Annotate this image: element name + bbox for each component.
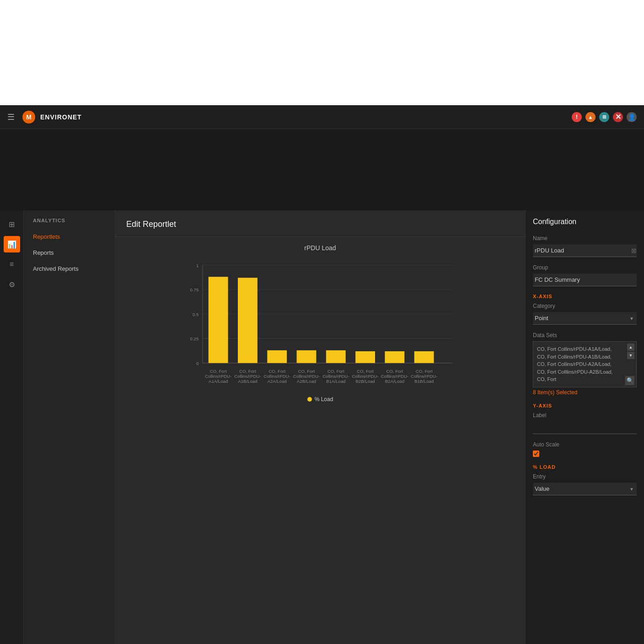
svg-text:0.25: 0.25 <box>190 336 199 341</box>
group-input[interactable] <box>533 274 637 286</box>
group-label: Group <box>533 264 637 271</box>
sidebar-icon-list[interactable]: ≡ <box>4 256 20 273</box>
svg-text:Collins/rPDU-: Collins/rPDU- <box>205 374 231 379</box>
page-title: Edit Reportlet <box>115 210 525 237</box>
legend-dot <box>307 397 312 402</box>
svg-text:0.5: 0.5 <box>193 312 199 317</box>
svg-rect-38 <box>385 351 404 363</box>
category-select-wrapper: Point ▼ <box>533 312 637 325</box>
name-label: Name <box>533 235 637 242</box>
svg-rect-22 <box>267 350 287 363</box>
percent-load-section-label: % LOAD <box>533 464 637 470</box>
datasets-search-button[interactable]: 🔍 <box>625 376 634 385</box>
sidebar-item-reportlets[interactable]: Reportlets <box>24 229 115 245</box>
svg-text:CO, Fort: CO, Fort <box>268 369 285 374</box>
svg-text:0.75: 0.75 <box>190 287 199 292</box>
svg-text:CO, Fort: CO, Fort <box>386 369 403 374</box>
sidebar-item-archived-reports[interactable]: Archived Reports <box>24 261 115 277</box>
y-axis-section-label: Y-AXIS <box>533 403 637 408</box>
svg-text:Collins/rPDU-: Collins/rPDU- <box>352 374 378 379</box>
auto-scale-field: Auto Scale <box>533 441 637 457</box>
main-content: Edit Reportlet rPDU Load 1 0.75 <box>115 210 525 644</box>
svg-rect-18 <box>238 278 258 363</box>
top-spacer <box>0 0 644 105</box>
svg-text:A2B/Load: A2B/Load <box>297 379 316 384</box>
name-input[interactable] <box>533 244 637 257</box>
svg-text:CO, Fort: CO, Fort <box>239 369 256 374</box>
category-label: Category <box>533 303 637 309</box>
app-title: ENVIRONET <box>40 113 572 121</box>
svg-text:Collins/rPDU-: Collins/rPDU- <box>293 374 320 379</box>
alert-red-icon[interactable]: ! <box>572 112 582 122</box>
group-field: Group <box>533 264 637 286</box>
app-header: ☰ M ENVIRONET ! ▲ ⊞ ✕ 👤 <box>0 105 644 129</box>
analytics-sidebar: ANALYTICS Reportlets Reports Archived Re… <box>24 210 115 644</box>
svg-text:A1A/Load: A1A/Load <box>209 379 228 384</box>
auto-scale-label: Auto Scale <box>533 441 637 448</box>
svg-text:B2A/Load: B2A/Load <box>385 379 404 384</box>
svg-text:B1A/Load: B1A/Load <box>326 379 345 384</box>
svg-text:A1B/Load: A1B/Load <box>238 379 257 384</box>
category-field: Category Point ▼ <box>533 303 637 325</box>
svg-text:0: 0 <box>196 361 199 366</box>
auto-scale-row <box>533 451 637 457</box>
chart-legend: % Load <box>126 396 514 402</box>
svg-text:CO, Fort: CO, Fort <box>357 369 374 374</box>
chart-area: rPDU Load 1 0.75 0.5 0.25 0 <box>115 237 525 644</box>
chart-container: rPDU Load 1 0.75 0.5 0.25 0 <box>126 244 514 400</box>
scroll-down-button[interactable]: ▼ <box>627 352 634 359</box>
entry-select[interactable]: Value <box>533 483 637 495</box>
auto-scale-checkbox[interactable] <box>533 451 539 457</box>
sidebar-icon-dashboard[interactable]: ⊞ <box>4 216 20 232</box>
datasets-field: Data Sets CO, Fort Collins/rPDU-A1A/Load… <box>533 332 637 396</box>
close-red-icon[interactable]: ✕ <box>613 112 623 122</box>
menu-icon[interactable]: ☰ <box>7 112 15 122</box>
svg-text:Collins/rPDU-: Collins/rPDU- <box>264 374 290 379</box>
scroll-up-button[interactable]: ▲ <box>627 343 634 351</box>
svg-rect-42 <box>414 351 434 363</box>
x-axis-section-label: X-AXIS <box>533 294 637 299</box>
app-logo: M <box>22 110 36 124</box>
svg-rect-30 <box>326 350 346 363</box>
svg-text:Collins/rPDU-: Collins/rPDU- <box>234 374 261 379</box>
config-title: Configuration <box>533 218 637 226</box>
user-avatar[interactable]: 👤 <box>627 112 637 122</box>
svg-text:CO, Fort: CO, Fort <box>298 369 315 374</box>
svg-text:1: 1 <box>196 263 199 268</box>
svg-text:B1B/Load: B1B/Load <box>414 379 434 384</box>
datasets-box: CO, Fort Collins/rPDU-A1A/Load, CO, Fort… <box>533 341 637 387</box>
sidebar-item-reports[interactable]: Reports <box>24 245 115 261</box>
entry-label: Entry <box>533 473 637 480</box>
sidebar-icon-settings[interactable]: ⚙ <box>4 276 20 293</box>
y-label-field: Label <box>533 412 637 434</box>
selected-count: 8 Item(s) Selected <box>533 389 637 396</box>
monitor-icon[interactable]: ⊞ <box>599 112 609 122</box>
name-clear-icon[interactable]: ⊠ <box>631 247 637 254</box>
svg-text:CO, Fort: CO, Fort <box>327 369 344 374</box>
svg-text:Collins/rPDU-: Collins/rPDU- <box>322 374 349 379</box>
header-icons: ! ▲ ⊞ ✕ 👤 <box>572 112 637 122</box>
svg-text:B2B/Load: B2B/Load <box>355 379 375 384</box>
sidebar-icon-chart[interactable]: 📊 <box>4 236 20 252</box>
datasets-text: CO, Fort Collins/rPDU-A1A/Load, CO, Fort… <box>537 345 633 383</box>
svg-text:CO, Fort: CO, Fort <box>416 369 433 374</box>
svg-text:M: M <box>26 113 32 121</box>
svg-rect-26 <box>297 350 317 363</box>
entry-field: Entry Value ▼ <box>533 473 637 495</box>
icon-sidebar: ⊞ 📊 ≡ ⚙ <box>0 210 24 644</box>
alert-orange-icon[interactable]: ▲ <box>585 112 596 122</box>
entry-select-wrapper: Value ▼ <box>533 483 637 495</box>
y-label-label: Label <box>533 412 637 419</box>
analytics-section-label: ANALYTICS <box>24 218 115 229</box>
y-label-input[interactable] <box>533 421 637 434</box>
chart-title: rPDU Load <box>126 244 514 252</box>
svg-text:A2A/Load: A2A/Load <box>268 379 287 384</box>
svg-text:Colllins/rPDU-: Colllins/rPDU- <box>381 374 408 379</box>
datasets-scroll-controls: ▲ ▼ <box>627 343 634 359</box>
svg-text:CO, Fort: CO, Fort <box>210 369 227 374</box>
category-select[interactable]: Point <box>533 312 637 325</box>
legend-label: % Load <box>315 396 333 402</box>
name-field: Name ⊠ <box>533 235 637 257</box>
chart-svg: 1 0.75 0.5 0.25 0 CO, Fort Collins/rPDU-… <box>126 255 514 392</box>
config-panel: Configuration Name ⊠ Group X-AXIS Catego… <box>525 210 644 644</box>
